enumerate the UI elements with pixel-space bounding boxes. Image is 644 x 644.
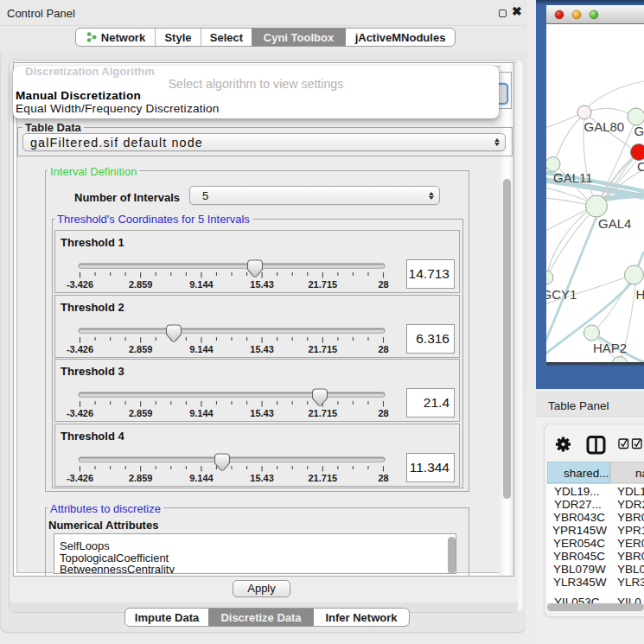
svg-text:15.43: 15.43 xyxy=(250,279,274,290)
svg-text:-3.426: -3.426 xyxy=(67,408,93,418)
svg-text:2.859: 2.859 xyxy=(129,408,153,418)
svg-text:na: na xyxy=(635,467,644,480)
svg-text:YDL1: YDL1 xyxy=(617,485,644,498)
svg-text:YLR345W: YLR345W xyxy=(553,576,607,589)
svg-text:C: C xyxy=(637,159,644,174)
svg-text:GA: GA xyxy=(634,124,644,138)
svg-text:YBL079W: YBL079W xyxy=(553,563,606,576)
svg-text:9.144: 9.144 xyxy=(189,408,214,418)
svg-text:HA: HA xyxy=(636,287,644,302)
svg-text:21.715: 21.715 xyxy=(308,473,337,483)
svg-text:28: 28 xyxy=(378,344,388,354)
svg-text:15.43: 15.43 xyxy=(250,344,274,354)
svg-text:-3.426: -3.426 xyxy=(67,279,93,290)
svg-text:YDR2: YDR2 xyxy=(617,498,644,511)
svg-text:28: 28 xyxy=(378,473,388,483)
svg-text:GCY1: GCY1 xyxy=(542,287,577,302)
svg-text:2.859: 2.859 xyxy=(129,473,153,483)
svg-text:YLR3: YLR3 xyxy=(617,576,644,589)
svg-text:21.715: 21.715 xyxy=(308,344,337,354)
svg-text:9.144: 9.144 xyxy=(189,279,214,290)
svg-text:YER0: YER0 xyxy=(617,537,644,550)
svg-text:YDR27...: YDR27... xyxy=(554,498,602,511)
svg-text:15.43: 15.43 xyxy=(250,408,274,418)
svg-text:YPR145W: YPR145W xyxy=(552,524,607,537)
svg-text:YBR043C: YBR043C xyxy=(553,511,605,524)
svg-text:GAL80: GAL80 xyxy=(584,119,625,134)
svg-text:9.144: 9.144 xyxy=(189,473,214,483)
svg-text:YDL19...: YDL19... xyxy=(554,485,600,498)
svg-text:-3.426: -3.426 xyxy=(67,473,93,483)
svg-text:shared...: shared... xyxy=(564,467,609,480)
svg-text:YBR0: YBR0 xyxy=(617,550,644,563)
svg-text:2.859: 2.859 xyxy=(129,344,153,354)
svg-text:9.144: 9.144 xyxy=(189,344,214,354)
svg-text:21.715: 21.715 xyxy=(308,279,337,290)
svg-text:YBR0: YBR0 xyxy=(617,511,644,524)
svg-text:HAP2: HAP2 xyxy=(593,341,627,355)
svg-text:-3.426: -3.426 xyxy=(67,344,93,354)
svg-text:YER054C: YER054C xyxy=(553,537,605,550)
svg-text:28: 28 xyxy=(378,279,388,290)
svg-text:2.859: 2.859 xyxy=(129,279,153,290)
svg-text:15.43: 15.43 xyxy=(250,473,274,483)
svg-text:GAL11: GAL11 xyxy=(553,170,593,185)
svg-text:YBL0: YBL0 xyxy=(617,563,644,576)
svg-text:YPR1: YPR1 xyxy=(617,524,644,537)
svg-text:21.715: 21.715 xyxy=(308,408,337,418)
svg-text:GAL4: GAL4 xyxy=(598,216,631,231)
svg-text:28: 28 xyxy=(378,408,388,418)
svg-text:YBR045C: YBR045C xyxy=(553,550,605,563)
